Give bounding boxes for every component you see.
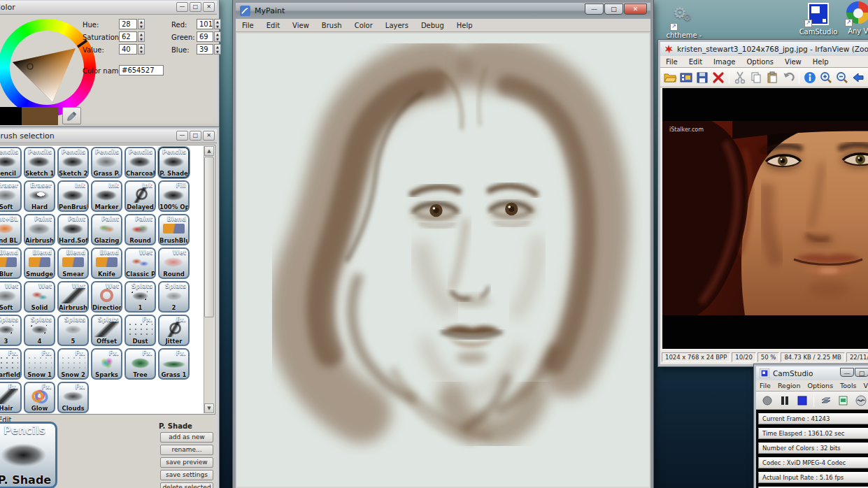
menu-item[interactable]: Options (741, 58, 779, 66)
saturation-spinner[interactable]: ▲▼ (138, 31, 145, 42)
menu-item[interactable]: File (660, 58, 683, 66)
brush-preview-tile[interactable]: Pencils P. Shade (0, 422, 57, 488)
brush-tile[interactable]: Wet Classic P. (124, 247, 156, 279)
desktop-icon-camstudio[interactable]: CamStudio (796, 2, 841, 36)
brush-tile[interactable]: Wet Soft (0, 281, 22, 313)
brush-tile[interactable]: Blend Smear (57, 247, 89, 279)
menu-item[interactable]: View (286, 22, 315, 29)
brush-tile[interactable]: Fx. Grass 1 (158, 348, 190, 380)
color-name-field[interactable]: #654527 (119, 65, 164, 76)
green-spinner[interactable]: ▲▼ (214, 31, 221, 42)
maximize-button[interactable]: □ (604, 3, 623, 15)
irfanview-titlebar[interactable]: kristen_stewart3_1024x768_jpg.jpg - Irfa… (660, 42, 868, 56)
brush-tile[interactable]: Splats 2 (158, 281, 190, 313)
brush-tile[interactable]: Splats 3 (0, 315, 22, 346)
brush-tile[interactable]: Wet Round (158, 247, 190, 279)
camstudio-titlebar[interactable]: CamStudio — □ (756, 366, 868, 380)
brush-tile[interactable]: Paint Hard.Soft (57, 214, 89, 245)
blue-spinner[interactable]: ▲▼ (214, 44, 221, 55)
hue-spinner[interactable]: ▲▼ (138, 19, 145, 29)
menu-item[interactable]: View (779, 58, 807, 66)
brush-tile[interactable]: Fx. Starfield (0, 348, 22, 380)
maximize-button[interactable]: □ (190, 2, 201, 12)
brush-tile[interactable]: Fx. Snow 2 (57, 348, 89, 380)
brush-tile[interactable]: Pencils P. Shade (158, 147, 190, 178)
brush-tile[interactable]: Eraser Soft (0, 180, 22, 212)
brush-tile[interactable]: Paint+BL Rnd BL (0, 214, 22, 245)
brush-window-titlebar[interactable]: Brush selection — □ ✕ (0, 129, 217, 143)
brush-tile[interactable]: Wet Direction (91, 281, 122, 313)
color-window-titlebar[interactable]: Color — □ ✕ (0, 1, 217, 15)
desktop-icon-any-video[interactable]: Any Vi (837, 1, 868, 35)
brush-action-button[interactable]: save preview (160, 457, 213, 468)
menu-item[interactable]: Edit (683, 58, 708, 66)
brush-action-button[interactable]: save settings (160, 470, 213, 480)
undo-icon[interactable] (781, 71, 795, 85)
brush-tile[interactable]: Eraser Hard (24, 180, 55, 212)
brush-tile[interactable]: Pencils Charcoal (124, 147, 156, 178)
brush-tile[interactable]: Fx. Jitter (158, 315, 190, 346)
brush-tile[interactable]: Splats 1 (124, 281, 156, 313)
menu-item[interactable]: File (236, 22, 260, 29)
brush-tile[interactable]: Splats 5 (57, 315, 89, 346)
brush-tile[interactable]: Splats 4 (24, 315, 55, 346)
brush-tile[interactable]: Ink Marker (91, 180, 122, 212)
prev-image-icon[interactable] (851, 71, 865, 85)
scroll-down-icon[interactable]: ▼ (204, 403, 214, 413)
brush-tile[interactable]: Splats Offset (91, 315, 122, 346)
brush-tile[interactable]: Pencils Pencil (0, 147, 22, 178)
minimize-button[interactable]: — (840, 368, 854, 377)
menu-item[interactable]: Help (807, 58, 834, 66)
paste-icon[interactable] (765, 71, 779, 85)
brush-tile[interactable]: Fx. Snow 1 (24, 348, 55, 380)
pause-icon[interactable] (778, 394, 792, 408)
menu-item[interactable]: Layers (379, 22, 415, 29)
brush-tile[interactable]: Fx. Glow (24, 382, 55, 413)
copy-icon[interactable] (749, 71, 763, 85)
red-spinner[interactable]: ▲▼ (214, 19, 221, 29)
brush-tile[interactable]: Blend Knife (91, 247, 122, 279)
minimize-button[interactable]: — (176, 2, 188, 12)
brush-tile[interactable]: Fx. Sparks (91, 348, 122, 380)
zoom-out-icon[interactable] (835, 71, 849, 85)
image-viewport[interactable]: iStalker.com (662, 88, 868, 350)
menu-item[interactable]: Debug (415, 22, 450, 29)
maximize-button[interactable]: □ (190, 131, 201, 141)
brush-tile[interactable]: Paint Airbrush (24, 214, 55, 245)
brush-tile[interactable]: Ink Delayed (124, 180, 156, 212)
brush-action-button[interactable]: add as new (160, 432, 213, 443)
zoom-in-icon[interactable] (819, 71, 833, 85)
brush-tile[interactable]: Blend BrushBlur (158, 214, 190, 245)
brush-tile[interactable]: Fx. Hair (0, 382, 22, 413)
minimize-button[interactable]: — (585, 3, 604, 15)
hue-marker[interactable] (78, 41, 87, 47)
brush-tile[interactable]: Pencils Grass P. (91, 147, 122, 178)
brush-tile[interactable]: Ink PenBrush (57, 180, 89, 212)
menu-item[interactable]: Help (450, 22, 479, 29)
menu-item[interactable]: Edit (260, 22, 286, 29)
brush-tile[interactable]: Fx. Tree (124, 348, 156, 380)
brush-tile[interactable]: Blend Smudge (24, 247, 55, 279)
blue-field[interactable]: 39 (197, 44, 213, 55)
brush-tile[interactable]: Pencils Sketch 1 (24, 147, 55, 178)
brush-tile[interactable]: Wet Airbrush (57, 281, 89, 313)
brush-tile[interactable]: Wet Solid (24, 281, 55, 313)
stop-icon[interactable] (795, 394, 809, 408)
green-field[interactable]: 69 (197, 31, 213, 42)
close-button[interactable]: ✕ (203, 131, 215, 141)
brush-tile[interactable]: Pencils Sketch 2 (57, 147, 89, 178)
hue-field[interactable]: 28 (119, 19, 137, 29)
mypaint-titlebar[interactable]: MyPaint — □ ✕ (236, 3, 650, 19)
menu-item[interactable]: Options (804, 382, 837, 389)
saturation-field[interactable]: 62 (119, 31, 137, 42)
brush-list-scrollbar[interactable]: ▲ ▼ (204, 146, 214, 413)
hsv-triangle[interactable] (0, 19, 96, 117)
close-button[interactable]: ✕ (624, 3, 647, 15)
slideshow-icon[interactable] (679, 71, 693, 85)
info-icon[interactable] (803, 71, 817, 85)
delete-icon[interactable] (711, 71, 725, 85)
brush-tile[interactable]: Fx. Clouds (57, 382, 89, 413)
brush-tile[interactable]: Paint Glazing (91, 214, 122, 245)
desktop-icon-chtheme[interactable]: ⚙ ⚙ chtheme - (662, 6, 706, 39)
scroll-up-icon[interactable]: ▲ (204, 146, 214, 156)
